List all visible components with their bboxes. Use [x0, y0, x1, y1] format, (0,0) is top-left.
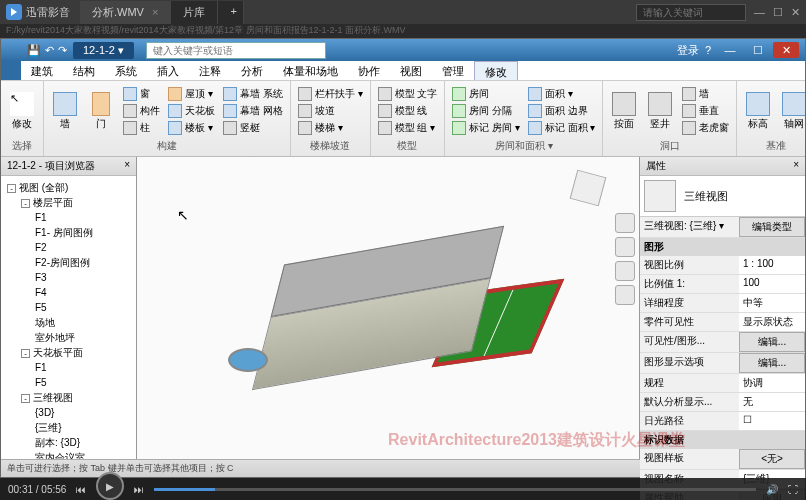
min-icon[interactable]: —	[754, 6, 765, 19]
tree-node[interactable]: F3	[3, 270, 134, 285]
ribbon-tab-manage[interactable]: 管理	[432, 61, 474, 80]
tag-area-button[interactable]: 标记 面积 ▾	[525, 120, 599, 136]
play-button[interactable]: ▶	[96, 472, 124, 500]
next-icon[interactable]: ⏭	[134, 484, 144, 495]
area-bound-button[interactable]: 面积 边界	[525, 103, 599, 119]
ceiling-button[interactable]: 天花板	[165, 103, 218, 119]
tree-node[interactable]: {三维}	[3, 420, 134, 435]
window-button[interactable]: 窗	[120, 86, 163, 102]
doc-name[interactable]: 12-1-2 ▾	[73, 42, 134, 59]
qat-redo-icon[interactable]: ↷	[58, 44, 67, 57]
tab-add[interactable]: +	[218, 1, 244, 24]
progress-bar[interactable]	[154, 488, 756, 491]
room-sep-button[interactable]: 房间 分隔	[449, 103, 523, 119]
qat-save-icon[interactable]: 💾	[27, 44, 41, 57]
stair-button[interactable]: 楼梯 ▾	[295, 120, 366, 136]
tree-node[interactable]: F4	[3, 285, 134, 300]
pan-icon[interactable]	[615, 237, 635, 257]
family-selector[interactable]: 三维视图: {三维} ▾	[640, 217, 739, 237]
railing-button[interactable]: 栏杆扶手 ▾	[295, 86, 366, 102]
vert-open-button[interactable]: 垂直	[679, 103, 732, 119]
shaft-button[interactable]: 竖井	[643, 83, 677, 138]
qat-undo-icon[interactable]: ↶	[45, 44, 54, 57]
help-search-input[interactable]	[146, 42, 326, 59]
ribbon-tab-annot[interactable]: 注释	[189, 61, 231, 80]
curtain-sys-button[interactable]: 幕墙 系统	[220, 86, 286, 102]
volume-icon[interactable]: 🔊	[766, 484, 778, 495]
zoom-icon[interactable]	[615, 261, 635, 281]
curtain-grid-button[interactable]: 幕墙 网格	[220, 103, 286, 119]
tree-node[interactable]: 场地	[3, 315, 134, 330]
prev-icon[interactable]: ⏮	[76, 484, 86, 495]
prop-row[interactable]: 日光路径☐	[640, 412, 805, 431]
tree-node[interactable]: F1- 房间图例	[3, 225, 134, 240]
app-min-icon[interactable]: —	[717, 42, 743, 58]
room-button[interactable]: 房间	[449, 86, 523, 102]
wall-button[interactable]: 墙	[48, 83, 82, 138]
nav-wheel-icon[interactable]	[615, 213, 635, 233]
ribbon-tab-insert[interactable]: 插入	[147, 61, 189, 80]
browser-header[interactable]: 12-1-2 - 项目浏览器×	[1, 157, 136, 176]
close-icon[interactable]: ✕	[791, 6, 800, 19]
prop-row[interactable]: 比例值 1:100	[640, 275, 805, 294]
level-button[interactable]: 标高	[741, 83, 775, 138]
model-text-button[interactable]: 模型 文字	[375, 86, 441, 102]
prop-row[interactable]: 规程协调	[640, 374, 805, 393]
max-icon[interactable]: ☐	[773, 6, 783, 19]
tree-node[interactable]: -楼层平面	[3, 195, 134, 210]
view-cube[interactable]	[567, 167, 609, 209]
edit-type-button[interactable]: 编辑类型	[739, 217, 805, 237]
ramp-button[interactable]: 坡道	[295, 103, 366, 119]
tab-library[interactable]: 片库	[171, 1, 218, 24]
tab-video[interactable]: 分析.WMV×	[80, 1, 171, 24]
model-line-button[interactable]: 模型 线	[375, 103, 441, 119]
ribbon-tab-collab[interactable]: 协作	[348, 61, 390, 80]
mullion-button[interactable]: 竖梃	[220, 120, 286, 136]
tree-node[interactable]: F2	[3, 240, 134, 255]
app-max-icon[interactable]: ☐	[745, 42, 771, 58]
tree-node[interactable]: F1	[3, 210, 134, 225]
help-icon[interactable]: ?	[705, 44, 711, 56]
login-link[interactable]: 登录	[677, 43, 699, 58]
tree-node[interactable]: -天花板平面	[3, 345, 134, 360]
ribbon-tab-struct[interactable]: 结构	[63, 61, 105, 80]
component-button[interactable]: 构件	[120, 103, 163, 119]
tree-node[interactable]: 室外地坪	[3, 330, 134, 345]
grid-button[interactable]: 轴网	[777, 83, 805, 138]
orbit-icon[interactable]	[615, 285, 635, 305]
model-group-button[interactable]: 模型 组 ▾	[375, 120, 441, 136]
floor-button[interactable]: 楼板 ▾	[165, 120, 218, 136]
tag-room-button[interactable]: 标记 房间 ▾	[449, 120, 523, 136]
ribbon-tab-analyze[interactable]: 分析	[231, 61, 273, 80]
ribbon-tab-arch[interactable]: 建筑	[21, 61, 63, 80]
tree-node[interactable]: F1	[3, 360, 134, 375]
tree-node[interactable]: 副本: {3D}	[3, 435, 134, 450]
ribbon-tab-modify[interactable]: 修改	[474, 61, 518, 80]
tab-close-icon[interactable]: ×	[152, 6, 158, 18]
ribbon-tab-mass[interactable]: 体量和场地	[273, 61, 348, 80]
tree-node[interactable]: {3D}	[3, 405, 134, 420]
section-graphics[interactable]: 图形	[640, 238, 805, 256]
door-button[interactable]: 门	[84, 83, 118, 138]
tree-node[interactable]: -三维视图	[3, 390, 134, 405]
prop-row[interactable]: 图形显示选项编辑...	[640, 353, 805, 374]
area-button[interactable]: 面积 ▾	[525, 86, 599, 102]
ribbon-tab-sys[interactable]: 系统	[105, 61, 147, 80]
project-tree[interactable]: -视图 (全部) -楼层平面F1F1- 房间图例F2F2-房间图例F3F4F5场…	[1, 176, 136, 459]
app-close-icon[interactable]: ✕	[773, 42, 799, 58]
prop-row[interactable]: 视图样板<无>	[640, 449, 805, 470]
prop-row[interactable]: 可见性/图形...编辑...	[640, 332, 805, 353]
player-search-input[interactable]	[636, 4, 746, 21]
byface-button[interactable]: 按面	[607, 83, 641, 138]
roof-button[interactable]: 屋顶 ▾	[165, 86, 218, 102]
fullscreen-icon[interactable]: ⛶	[788, 484, 798, 495]
prop-row[interactable]: 详细程度中等	[640, 294, 805, 313]
dormer-button[interactable]: 老虎窗	[679, 120, 732, 136]
prop-row[interactable]: 零件可见性显示原状态	[640, 313, 805, 332]
prop-row[interactable]: 视图比例1 : 100	[640, 256, 805, 275]
tree-node[interactable]: 室内会议室	[3, 450, 134, 459]
viewport-3d[interactable]: ↖	[137, 157, 639, 459]
wall-open-button[interactable]: 墙	[679, 86, 732, 102]
modify-tool-button[interactable]: ↖修改	[5, 83, 39, 138]
tree-node[interactable]: F2-房间图例	[3, 255, 134, 270]
